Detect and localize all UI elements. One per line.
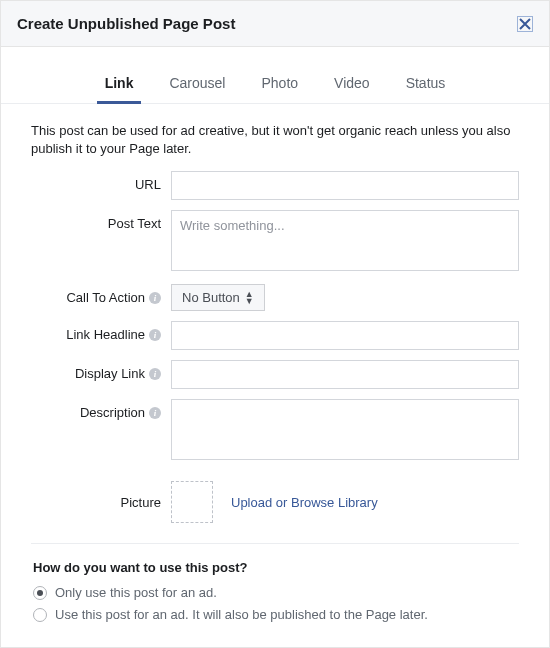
label-description: Description i [31,399,171,420]
usage-heading: How do you want to use this post? [33,560,517,575]
tab-carousel[interactable]: Carousel [153,65,241,103]
description-input[interactable] [171,399,519,460]
post-type-tabs: Link Carousel Photo Video Status [1,47,549,104]
row-picture: Picture Upload or Browse Library [31,481,519,523]
info-text: This post can be used for ad creative, b… [31,122,519,157]
row-url: URL [31,171,519,200]
radio-icon [33,608,47,622]
row-post-text: Post Text [31,210,519,274]
tab-status[interactable]: Status [390,65,462,103]
row-description: Description i [31,399,519,463]
modal-header: Create Unpublished Page Post [1,1,549,47]
close-button[interactable] [517,16,533,32]
create-post-modal: Create Unpublished Page Post Link Carous… [0,0,550,648]
help-icon[interactable]: i [149,329,161,341]
close-icon [519,18,531,30]
cta-select[interactable]: No Button ▲▼ [171,284,265,311]
display-link-input[interactable] [171,360,519,389]
tab-video[interactable]: Video [318,65,386,103]
label-url: URL [31,171,171,192]
radio-icon [33,586,47,600]
row-link-headline: Link Headline i [31,321,519,350]
label-display-link: Display Link i [31,360,171,381]
usage-option-publish-later[interactable]: Use this post for an ad. It will also be… [33,607,517,622]
post-text-input[interactable] [171,210,519,271]
help-icon[interactable]: i [149,407,161,419]
help-icon[interactable]: i [149,292,161,304]
divider [31,543,519,544]
label-post-text: Post Text [31,210,171,231]
label-link-headline: Link Headline i [31,321,171,342]
label-cta: Call To Action i [31,284,171,305]
usage-option-ad-only[interactable]: Only use this post for an ad. [33,585,517,600]
help-icon[interactable]: i [149,368,161,380]
url-input[interactable] [171,171,519,200]
link-headline-input[interactable] [171,321,519,350]
label-picture: Picture [31,495,171,510]
usage-section: How do you want to use this post? Only u… [31,560,519,622]
upload-browse-link[interactable]: Upload or Browse Library [231,495,378,510]
tab-photo[interactable]: Photo [245,65,314,103]
modal-body: This post can be used for ad creative, b… [1,104,549,647]
tab-link[interactable]: Link [89,65,150,103]
modal-title: Create Unpublished Page Post [17,15,235,32]
row-cta: Call To Action i No Button ▲▼ [31,284,519,311]
row-display-link: Display Link i [31,360,519,389]
sort-icon: ▲▼ [245,291,254,305]
picture-dropzone[interactable] [171,481,213,523]
